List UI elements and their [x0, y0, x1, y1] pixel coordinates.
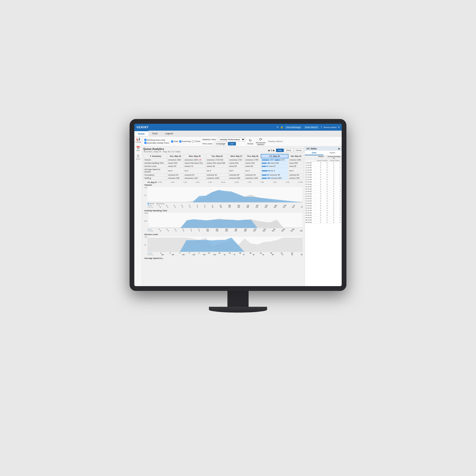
period-btn[interactable]: Period [294, 149, 304, 152]
day-btn[interactable]: Day [276, 149, 283, 152]
rp-vol-forecast: 0 [322, 188, 328, 190]
tab-notes[interactable]: Notes [323, 151, 342, 155]
val-volume-tue: 1742 531 [206, 158, 228, 162]
period-buttons: Day Week Period [276, 149, 304, 152]
tab-tools[interactable]: Tools [148, 131, 161, 136]
data-input[interactable] [171, 140, 173, 143]
rp-aht-forecast: 0 [335, 214, 341, 216]
rp-vol-forecast: 0 [322, 184, 328, 185]
sidebar-item-dates[interactable]: 📅 Dates [135, 146, 141, 152]
rp-time-cell: 03:00 AM [305, 191, 315, 192]
user-dropdown-icon[interactable]: ▾ [338, 126, 340, 129]
rp-time-row: 12:15 AM 0 0 0 0 [305, 164, 342, 167]
rp-aht-actual: 0 [328, 210, 335, 211]
queue-header: Queue Analytics Tecomin1 | May 24 - May … [143, 148, 304, 153]
tab-home[interactable]: Home [134, 131, 148, 136]
right-panel-expand-icon[interactable]: ▶ [338, 148, 340, 150]
rp-aht-actual: 0 [328, 191, 335, 192]
trend-input[interactable] [192, 140, 194, 143]
working-hours-input[interactable] [144, 139, 147, 141]
help-icon[interactable]: ? [321, 126, 322, 129]
rp-time-row: 03:30 AM 0 0 0 0 [305, 195, 342, 198]
val-asa-tue: 3 [206, 168, 228, 173]
val-sl-wed: 59 [228, 165, 245, 168]
reload-button[interactable]: ↻ Reload [248, 138, 253, 145]
sidebar: 📢 Campaign 📅 Dates ☰ Queues [134, 136, 142, 286]
sl-forecast-row: Forecast 1001001001001001009175973852687… [148, 254, 303, 255]
user-btn[interactable]: User [228, 142, 236, 145]
rp-time-row: 02:00 AM 0 0 0 0 [305, 181, 342, 183]
enter-what-if-button[interactable]: Enter What If [304, 126, 319, 129]
rp-aht-forecast: 0 [335, 207, 341, 209]
rp-vol-actual: 0 [315, 162, 322, 164]
right-panel-title: CC Sales [306, 147, 317, 150]
volume-legend: Actual Forecast [148, 203, 303, 204]
avg-speed-label: Average Speed to... [144, 257, 303, 259]
rp-time-cell: 01:45 AM [305, 179, 315, 180]
working-hours-checkbox[interactable]: Working hours only [144, 139, 169, 141]
rp-time-row: 04:15 AM 0 0 0 0 [305, 200, 342, 202]
rp-aht-actual: 0 [328, 162, 335, 164]
rp-aht-forecast: 0 [335, 219, 341, 221]
rp-vol-actual: 0 [315, 193, 322, 195]
sidebar-item-campaign[interactable]: 📢 Campaign [135, 138, 141, 144]
rp-vol-actual: 0 [315, 184, 322, 185]
stats-timezone-group: Statistics View: Intraday Performance Ti… [202, 138, 245, 145]
send-message-button[interactable]: Send Message [285, 126, 302, 129]
volume-y-axis: 100 50 [144, 187, 147, 203]
campaign-btn[interactable]: Campaign [214, 142, 227, 145]
monitor-screen: VERINT ↻ 🔒 Send Message Enter What If ? … [134, 124, 342, 286]
monitor-stand-neck [227, 291, 249, 307]
rp-aht-forecast: 0 [335, 191, 341, 192]
h-10am: 10 AM [221, 181, 225, 183]
rp-aht-actual: 0 [328, 219, 335, 221]
summary-input[interactable] [179, 140, 181, 143]
aht-y-top: 1000 [144, 212, 148, 214]
val-volume-sat: 1465 [288, 158, 303, 162]
tab-data[interactable]: Data [305, 151, 323, 155]
week-btn[interactable]: Week [284, 149, 293, 152]
summary-table: ▼ Summary Sun, May 24 Mon, May 25 Tue, M… [143, 154, 304, 180]
trend-checkbox[interactable]: Trend [192, 140, 200, 143]
rp-time-row: 05:15 AM 0 0 0 0 [305, 209, 342, 212]
val-asa-sun: 4 [167, 168, 184, 173]
rp-vol-forecast: 0 [322, 210, 328, 211]
queue-title: Queue Analytics [143, 148, 181, 150]
rp-vol-forecast: 0 [322, 195, 328, 197]
next-arrow[interactable]: ▶ [273, 149, 275, 152]
prev-arrow[interactable]: ◀ [268, 149, 270, 152]
recalculate-button[interactable]: ⟳ Recalculate Statistics [255, 137, 266, 145]
stats-view-select[interactable]: Intraday Performance [218, 138, 245, 141]
refresh-icon[interactable]: ↻ [277, 126, 279, 129]
top-bar-right: ↻ 🔒 Send Message Enter What If ? demo2-a… [277, 126, 340, 129]
rp-time-cell: 06:00 AM [305, 217, 315, 218]
rp-vol-forecast: 0 [322, 172, 328, 173]
h-4pm: 4 PM [260, 181, 264, 183]
rp-time-cell: 04:45 AM [305, 205, 315, 207]
lock-icon[interactable]: 🔒 [280, 126, 283, 129]
rp-vol-forecast: 0 [322, 164, 328, 166]
rp-vol-forecast: 0 [322, 200, 328, 202]
queue-title-group: Queue Analytics Tecomin1 | May 24 - May … [143, 148, 181, 153]
auto-details-input[interactable] [144, 142, 147, 144]
summary-checkbox[interactable]: Summary [179, 140, 191, 143]
h-4am: 4 AM [184, 181, 187, 183]
h-8am: 8 AM [208, 181, 212, 183]
sidebar-item-queues[interactable]: ☰ Queues [135, 154, 141, 161]
rp-aht-forecast: 0 [335, 203, 341, 204]
tab-legend[interactable]: Legend [161, 131, 177, 136]
rp-time-row: 12:45 AM 0 0 0 0 [305, 169, 342, 171]
rp-vol-actual: 0 [315, 219, 322, 221]
val-aht-thu: 519 [245, 162, 261, 165]
rp-aht-actual: 0 [328, 184, 335, 185]
rp-time-cell: 01:00 AM [305, 172, 315, 173]
content-area: Working hours only Automatic Details Pan… [142, 136, 342, 286]
val-sl-sat: 55 [288, 165, 303, 168]
volume-forecast-color [156, 203, 158, 204]
aht-chart-container: Activity Handling Time 1000 500 [144, 209, 303, 232]
auto-details-checkbox[interactable]: Automatic Details Pane [144, 142, 169, 144]
label-staffing: Staffing [144, 177, 167, 180]
rp-aht-actual: 0 [328, 164, 335, 166]
data-checkbox[interactable]: Data [171, 140, 178, 143]
h-6am: 6 AM [196, 181, 199, 183]
